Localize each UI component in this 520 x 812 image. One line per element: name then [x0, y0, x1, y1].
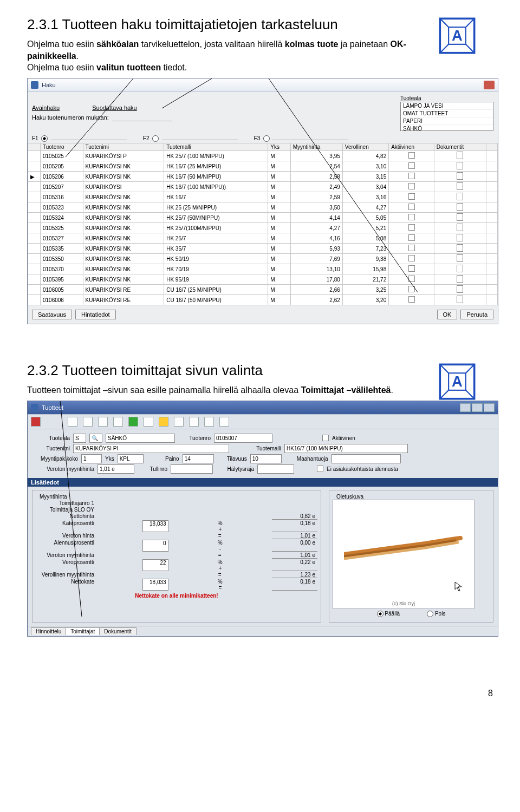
supplier-nro-label: Toimittajanro 1: [36, 500, 94, 506]
tab-dokumentit[interactable]: Dokumentit: [99, 627, 136, 635]
myyntipak-label: Myyntipak.koko: [32, 456, 78, 462]
lisatiedot-header: Lisätiedot: [28, 478, 498, 487]
f1-input[interactable]: [51, 140, 127, 140]
tuoteala-code[interactable]: S: [73, 434, 86, 443]
tag-icon[interactable]: [219, 417, 229, 427]
pois-radio[interactable]: [427, 611, 433, 617]
tilavuus-field[interactable]: 10: [250, 454, 282, 463]
tullinro-field[interactable]: [171, 464, 213, 474]
window-title: Haku: [42, 82, 56, 88]
nav-first-icon[interactable]: [68, 417, 77, 427]
window-title: Tuotteet: [42, 404, 63, 411]
tuoteala-label: Tuoteala: [400, 95, 493, 101]
product-image: (c) Slo Oyj: [333, 500, 474, 609]
toolbar: [28, 415, 498, 429]
nav-prev-icon[interactable]: [83, 417, 93, 427]
tuotenro-field[interactable]: 0105007: [214, 434, 272, 443]
page-number: 8: [0, 685, 520, 704]
paalla-radio[interactable]: [377, 611, 384, 617]
tab-bar: HinnoitteluToimittajatDokumentit: [28, 626, 498, 636]
image-caption: (c) Slo Oyj: [333, 601, 474, 606]
edit-icon[interactable]: [159, 417, 168, 427]
halytys-label: Hälytysraja: [216, 466, 254, 472]
copper-wire-icon: [344, 533, 463, 565]
hintatiedot-button[interactable]: Hintatiedot: [75, 310, 116, 319]
haku-label: Haku tuotenumeron mukaan:: [32, 114, 109, 121]
oletuskuva-group-title: Oletuskuva: [335, 494, 365, 500]
f2-radio[interactable]: [152, 135, 159, 142]
section-intro: Tuotteen toimittajat –sivun saa esille p…: [27, 384, 417, 396]
yks-field[interactable]: KPL: [118, 454, 144, 463]
f1-label: F1: [32, 135, 38, 141]
svg-line-11: [440, 364, 448, 373]
supplier-name: Toimittaja SLO OY: [36, 507, 94, 513]
saatavuus-button[interactable]: Saatavuus: [32, 310, 72, 319]
app-icon: [31, 404, 38, 411]
tuotemalli-field[interactable]: HK16/7 (100 M/NIPPU): [284, 444, 408, 453]
logo-a-icon: A: [438, 362, 477, 401]
svg-line-13: [440, 390, 448, 399]
f3-input[interactable]: [272, 140, 348, 140]
tool-delete-icon[interactable]: [31, 417, 41, 427]
section-heading: 2.3.2 Tuotteen toimittajat sivun valinta: [27, 362, 498, 379]
haku-window: Haku Avainhaku Suodattava haku Haku tuot…: [27, 78, 498, 324]
result-table[interactable]: TuotenroTuotenimiTuotemalliYksMyyntihint…: [28, 143, 498, 305]
svg-line-14: [466, 390, 474, 399]
section-heading: 2.3.1 Tuotteen haku toimittajatietojen t…: [27, 16, 498, 33]
aktiivinen-checkbox[interactable]: [322, 435, 329, 441]
peruuta-button[interactable]: Peruuta: [460, 310, 493, 319]
halytys-field[interactable]: [257, 464, 294, 474]
veroton-label: Veroton myyntihinta: [32, 466, 94, 472]
warning-text: Nettokate on alle minimikatteen!: [36, 593, 317, 599]
eiasiak-checkbox[interactable]: [317, 466, 323, 472]
f2-input[interactable]: [162, 140, 238, 140]
tuoteala-label: Tuoteala: [32, 435, 70, 441]
app-icon: [31, 81, 38, 89]
paalla-label: Päällä: [385, 611, 400, 617]
f3-radio[interactable]: [263, 135, 270, 142]
maahantuoja-label: Maahantuoja: [285, 456, 328, 462]
f2-label: F2: [143, 135, 150, 141]
maahantuoja-field[interactable]: [332, 454, 401, 463]
svg-line-2: [466, 18, 474, 27]
svg-line-12: [466, 364, 474, 373]
tuotenro-label: Tuotenro: [178, 435, 211, 441]
tuotemalli-label: Tuotemalli: [232, 446, 281, 451]
remove-icon[interactable]: [144, 417, 153, 427]
f1-radio[interactable]: [41, 135, 48, 142]
avainhaku-link[interactable]: Avainhaku: [32, 104, 60, 111]
maximize-icon[interactable]: [472, 403, 483, 412]
paino-field[interactable]: 14: [183, 454, 214, 463]
tuoteala-name[interactable]: SÄHKÖ: [106, 434, 175, 443]
tab-hinnoittelu[interactable]: Hinnoittelu: [31, 627, 66, 635]
ok-button[interactable]: OK: [437, 310, 458, 319]
f3-label: F3: [254, 135, 261, 141]
tuoteala-listbox[interactable]: LÄMPÖ JA VESIOMAT TUOTTEETPAPERISÄHKÖ: [400, 102, 493, 131]
minimize-icon[interactable]: [460, 403, 471, 412]
svg-text:A: A: [452, 27, 463, 44]
svg-line-4: [466, 44, 474, 53]
add-icon[interactable]: [128, 417, 138, 427]
nav-next-icon[interactable]: [98, 417, 108, 427]
yks-label: Yks: [105, 456, 114, 462]
myyntipak-field[interactable]: 1: [81, 454, 102, 463]
close-icon[interactable]: [484, 403, 495, 412]
search-icon[interactable]: 🔍: [89, 434, 102, 443]
tullinro-label: Tullinro: [138, 466, 167, 472]
haku-input[interactable]: [112, 113, 172, 121]
cursor-icon: [454, 581, 463, 592]
close-icon[interactable]: [484, 81, 495, 89]
veroton-field[interactable]: 1,01 e: [98, 464, 134, 474]
tool-icon[interactable]: [174, 417, 184, 427]
tuotenimi-field[interactable]: KUPARIKÖYSI PI: [73, 444, 229, 453]
tab-toimittajat[interactable]: Toimittajat: [66, 627, 100, 635]
nav-last-icon[interactable]: [113, 417, 123, 427]
suodattava-link[interactable]: Suodattava haku: [92, 104, 137, 111]
confirm-icon[interactable]: [189, 417, 199, 427]
logo-a-icon: A: [438, 16, 477, 55]
trash-icon[interactable]: [204, 417, 214, 427]
tilavuus-label: Tilavuus: [217, 456, 247, 462]
section-intro: Ohjelma tuo esiin sähköalan tarvikeluett…: [27, 38, 417, 74]
myyntihinta-group-title: Myyntihinta: [38, 494, 69, 500]
paino-label: Paino: [147, 456, 179, 462]
